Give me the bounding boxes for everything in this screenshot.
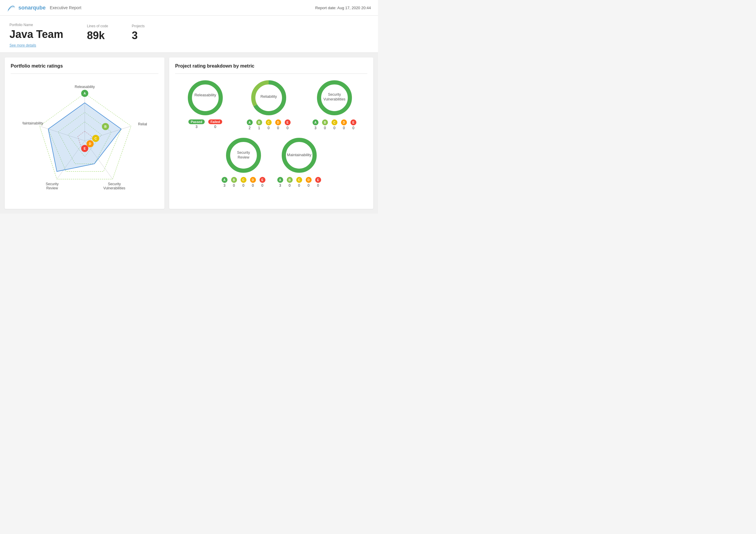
portfolio-name: Java Team	[10, 28, 63, 41]
svg-text:Vulnerabilities: Vulnerabilities	[323, 97, 345, 101]
rating-d-label: D	[89, 142, 91, 146]
lines-of-code-label: Lines of code	[87, 24, 108, 28]
bottom-donuts-row: Security Review A 3 B 0 C 0	[175, 136, 367, 187]
header: sonarqube Executive Report Report date: …	[0, 0, 378, 16]
maintainability-legend: A 3 B 0 C 0 D 0	[277, 177, 321, 187]
lines-of-code-area: Lines of code 89k	[87, 24, 108, 42]
lines-of-code-value: 89k	[87, 29, 108, 42]
axis-label-releasability: Releasability	[75, 85, 95, 89]
axis-label-secreview-2: Review	[46, 186, 58, 190]
rating-b-label: B	[104, 125, 107, 128]
report-date: Report date: Aug 17, 2020 20:44	[315, 6, 371, 10]
svg-point-0	[190, 82, 221, 113]
donut-reliability: Reliability A 2 B 1 C 0	[247, 78, 291, 130]
see-more-link[interactable]: See more details	[10, 43, 36, 47]
project-rating-card: Project rating breakdown by metric Relea…	[169, 58, 373, 209]
report-type-label: Executive Report	[50, 5, 81, 10]
secvuln-legend: A 3 B 0 C 0 D 0	[312, 120, 356, 130]
portfolio-section: Portfolio Name Java Team See more detail…	[0, 16, 378, 53]
donut-releasability-chart: Releasability	[186, 78, 225, 117]
donut-security-review: Security Review A 3 B 0 C 0	[222, 136, 265, 187]
portfolio-name-label: Portfolio Name	[10, 23, 63, 27]
svg-text:Reliability: Reliability	[260, 94, 277, 99]
logo-text: sonarqube	[18, 5, 46, 11]
releasability-legend: Passed 3 Failed 0	[188, 120, 222, 129]
svg-text:Security: Security	[237, 151, 250, 155]
svg-text:Maintainability: Maintainability	[287, 153, 311, 157]
reliability-legend: A 2 B 1 C 0 D 0	[247, 120, 291, 130]
failed-badge: Failed	[208, 120, 223, 124]
donut-maintainability-chart: Maintainability	[280, 136, 318, 175]
donut-reliability-chart: Reliability	[250, 78, 288, 117]
svg-text:Releasability: Releasability	[194, 93, 216, 97]
axis-label-secreview-1: Security	[46, 182, 58, 186]
rating-a-label: A	[84, 92, 86, 95]
radar-svg: .pentagon { fill: none; stroke: #88cc44;…	[22, 81, 147, 200]
axis-label-secvuln-2: Vulnerabilities	[103, 186, 125, 190]
rating-e-label: E	[84, 147, 86, 150]
passed-badge: Passed	[188, 120, 205, 124]
axis-label-secvuln-1: Security	[108, 182, 121, 186]
secreview-legend: A 3 B 0 C 0 D 0	[222, 177, 265, 187]
logo-area: sonarqube Executive Report	[7, 4, 81, 12]
radar-data-polygon	[48, 103, 121, 172]
projects-area: Projects 3	[132, 24, 145, 42]
donut-releasability: Releasability Passed 3 Failed 0	[186, 78, 225, 130]
axis-label-maintainability: Maintainability	[22, 121, 43, 126]
radar-chart: .pentagon { fill: none; stroke: #88cc44;…	[11, 78, 158, 203]
axis-label-reliability: Reliability	[138, 122, 147, 126]
portfolio-metrics-card: Portfolio metric ratings .pentagon { fil…	[5, 58, 164, 209]
donut-security-vulnerabilities: Security Vulnerabilities A 3 B 0 C	[312, 78, 356, 130]
donut-maintainability: Maintainability A 3 B 0 C 0	[277, 136, 321, 187]
projects-label: Projects	[132, 24, 145, 28]
portfolio-name-area: Portfolio Name Java Team See more detail…	[10, 23, 63, 48]
donut-secvuln-chart: Security Vulnerabilities	[315, 78, 354, 117]
portfolio-metrics-title: Portfolio metric ratings	[11, 64, 158, 69]
projects-value: 3	[132, 29, 145, 42]
rating-c-label: C	[94, 137, 97, 140]
project-rating-title: Project rating breakdown by metric	[175, 64, 367, 69]
svg-text:Review: Review	[238, 155, 250, 159]
top-donuts-row: Releasability Passed 3 Failed 0	[175, 78, 367, 130]
donut-secreview-chart: Security Review	[224, 136, 263, 175]
svg-text:Security: Security	[328, 93, 341, 97]
sonarqube-icon	[7, 4, 15, 12]
main-content: Portfolio metric ratings .pentagon { fil…	[0, 53, 378, 214]
